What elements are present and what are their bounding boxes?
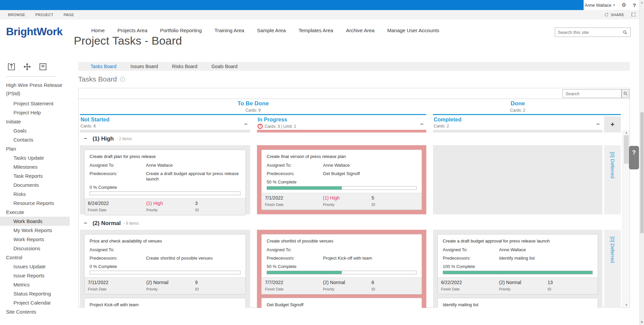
sidebar-item-task-reports[interactable]: Task Reports — [0, 171, 70, 180]
sidebar-item-project-statement[interactable]: Project Statement — [0, 99, 70, 108]
ribbon-tab-page[interactable]: PAGE — [63, 13, 74, 17]
sidebar-item-initiate[interactable]: Initiate — [0, 117, 70, 126]
collapse-column-icon[interactable]: − — [244, 121, 248, 127]
assigned-label: Assigned To: — [267, 163, 323, 168]
board-search-input[interactable] — [562, 89, 622, 98]
scroll-up-icon[interactable]: ▲ — [640, 1, 644, 4]
collapse-column-icon[interactable]: − — [420, 121, 424, 127]
group-name[interactable]: Done — [433, 100, 602, 107]
sidebar-item-risks[interactable]: Risks — [0, 189, 70, 199]
task-card[interactable]: Create final version of press release pl… — [261, 150, 422, 210]
scrollbar-thumb[interactable] — [624, 135, 629, 164]
task-card[interactable]: Project Kick-off with team — [84, 298, 246, 308]
topnav-training-area[interactable]: Training Area — [214, 28, 244, 33]
deferred-label: [0] Deferred — [610, 152, 615, 178]
sidebar-item-my-work-reports[interactable]: My Work Reports — [0, 226, 70, 235]
card-title: Project Kick-off with team — [90, 302, 240, 308]
ribbon-tab-browse[interactable]: BROWSE — [8, 13, 25, 17]
sidebar-item-tasks-update[interactable]: Tasks Update — [0, 153, 70, 162]
assigned-label: Assigned To: — [267, 247, 323, 253]
sidebar-item-control[interactable]: Control — [0, 253, 70, 262]
tab-issues-board[interactable]: Issues Board — [130, 64, 158, 69]
task-card[interactable]: Create a draft budget approval for press… — [437, 234, 598, 294]
sidebar-item-project-help[interactable]: Project Help — [0, 108, 70, 117]
sidebar-item-plan[interactable]: Plan — [0, 144, 70, 153]
focus-mode-button[interactable] — [631, 12, 636, 18]
scroll-up-icon[interactable]: ∧ — [623, 131, 630, 134]
user-name: Anne Wallace — [585, 3, 611, 8]
collapse-swimlane-icon[interactable]: − — [84, 220, 87, 227]
topnav-manage-user-accounts[interactable]: Manage User Accounts — [387, 28, 439, 33]
board-scrollbar[interactable]: ∧ ∨ — [623, 130, 630, 308]
cell-high-in-progress: Create final version of press release pl… — [257, 145, 426, 214]
cell-normal-not-started: Price and check availability of venues A… — [80, 230, 250, 308]
percent-complete-label: 0 % Complete — [90, 264, 240, 269]
predecessors-label: Predecessors: — [267, 256, 323, 261]
info-icon[interactable]: i — [120, 77, 125, 82]
topnav-templates-area[interactable]: Templates Area — [299, 28, 333, 33]
sidebar-item-project-calendar[interactable]: Project Calendar — [0, 298, 70, 307]
settings-gear-icon[interactable]: ⚙ — [622, 2, 626, 8]
page-scrollbar[interactable]: ▲ ▼ — [639, 0, 644, 325]
search-icon[interactable] — [623, 30, 628, 35]
sidebar-item-metrics[interactable]: Metrics — [0, 280, 70, 289]
scroll-down-icon[interactable]: ∨ — [623, 303, 630, 307]
site-search-input[interactable] — [558, 30, 621, 35]
promote-button[interactable] — [6, 61, 17, 72]
user-menu[interactable]: Anne Wallace ▾ — [585, 3, 615, 8]
sidebar-item-project-title[interactable]: High Wire Press Release (PStd) — [0, 80, 70, 99]
help-flyout-button[interactable]: ? — [629, 146, 639, 169]
tab-tasks-board[interactable]: Tasks Board — [91, 64, 116, 69]
finish-date-value: 7/7/2022 — [265, 280, 323, 285]
topnav-home[interactable]: Home — [91, 28, 105, 33]
sidebar-divider — [6, 76, 56, 77]
sidebar-item-work-reports[interactable]: Work Reports — [0, 235, 70, 244]
task-card[interactable]: Create draft plan for press release Assi… — [84, 150, 246, 215]
task-card[interactable]: Get Budget Signoff — [261, 298, 422, 308]
task-card[interactable]: Create shortlist of possible venues Assi… — [261, 234, 422, 294]
section-title: Tasks Board — [78, 75, 117, 83]
scroll-down-icon[interactable]: ▼ — [640, 321, 644, 324]
task-card[interactable]: Price and check availability of venues A… — [84, 234, 246, 294]
topnav-archive-area[interactable]: Archive Area — [346, 28, 374, 33]
deferred-column[interactable]: [0] Deferred — [604, 230, 621, 308]
group-to-be-done: To Be Done Cards: 9 — [80, 99, 426, 115]
sidebar-item-site-contents[interactable]: Site Contents — [0, 307, 70, 316]
board-search-button[interactable] — [622, 89, 629, 98]
card-title: Get Budget Signoff — [267, 302, 417, 308]
sidebar-item-status-reporting[interactable]: Status Reporting — [0, 289, 70, 298]
finish-date-value: 7/11/2022 — [88, 280, 146, 285]
sidebar-item-issues-update[interactable]: Issues Update — [0, 262, 70, 271]
sidebar-item-issue-reports[interactable]: Issue Reports — [0, 271, 70, 280]
sidebar-item-resource-reports[interactable]: Resource Reports — [0, 199, 70, 208]
task-card[interactable]: Identify mailing list — [437, 298, 598, 308]
help-icon[interactable]: ? — [633, 2, 636, 8]
scrollbar-thumb[interactable] — [640, 112, 644, 233]
topnav-sample-area[interactable]: Sample Area — [257, 28, 286, 33]
collapse-column-icon[interactable]: − — [596, 121, 600, 127]
sidebar-item-goals[interactable]: Goals — [0, 126, 70, 135]
share-button[interactable]: SHARE — [604, 12, 624, 17]
sidebar-item-documents[interactable]: Documents — [0, 180, 70, 189]
sidebar-item-discussions[interactable]: Discussions — [0, 244, 70, 253]
sidebar-item-execute[interactable]: Execute — [0, 208, 70, 217]
collapse-swimlane-icon[interactable]: − — [84, 136, 87, 142]
add-column-button[interactable]: + — [604, 116, 621, 132]
group-name[interactable]: To Be Done — [80, 100, 426, 107]
sidebar-item-contacts[interactable]: Contacts — [0, 135, 70, 144]
form-list-button[interactable] — [38, 61, 48, 72]
focus-mode-icon — [631, 12, 636, 17]
topnav-projects-area[interactable]: Projects Area — [117, 28, 147, 33]
predecessors-value: Get Budget Signoff — [323, 171, 417, 176]
sidebar-item-work-boards[interactable]: Work Boards — [0, 217, 70, 226]
progress-bar — [267, 186, 417, 190]
move-button[interactable] — [22, 61, 33, 72]
brightwork-logo[interactable]: BrightWork — [6, 25, 70, 38]
ribbon-tab-project[interactable]: PROJECT — [35, 13, 53, 17]
sidebar-item-milestones[interactable]: Milestones — [0, 162, 70, 171]
priority-value: (2) Normal — [146, 280, 195, 285]
topnav-portfolio-reporting[interactable]: Portfolio Reporting — [160, 28, 202, 33]
tab-goals-board[interactable]: Goals Board — [211, 64, 237, 69]
deferred-column[interactable]: [0] Deferred — [604, 145, 621, 214]
tab-risks-board[interactable]: Risks Board — [172, 64, 197, 69]
